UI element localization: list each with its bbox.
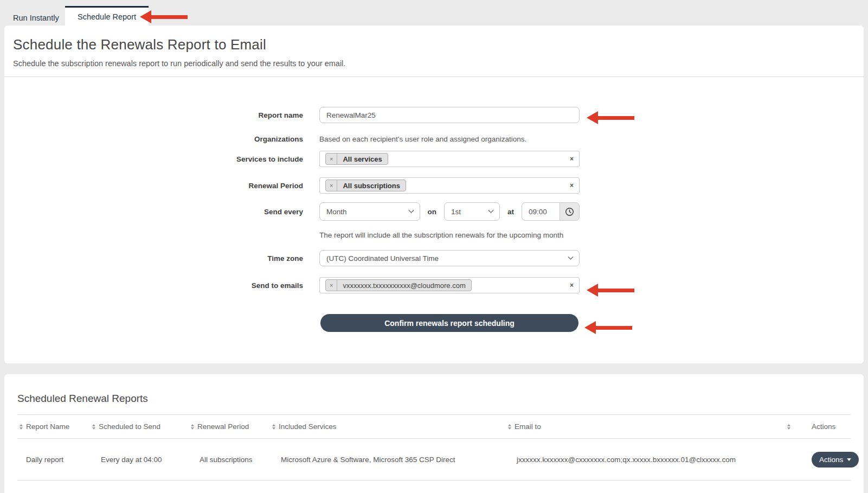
remove-tag-icon[interactable]: × (326, 153, 337, 164)
time-zone-value: (UTC) Coordinated Universal Time (326, 254, 439, 262)
cell-renewal-period: All subscriptions (191, 456, 272, 464)
cell-included-services: Microsoft Azure & Software, Microsoft 36… (272, 456, 508, 464)
panel-header: Schedule the Renewals Report to Email Sc… (4, 25, 864, 77)
row-actions-button[interactable]: Actions (812, 452, 859, 468)
sort-icon (787, 424, 790, 430)
sort-header-blank[interactable] (787, 424, 812, 430)
cell-report-name: Daily report (17, 456, 92, 464)
at-word: at (507, 208, 514, 216)
time-zone-select[interactable]: (UTC) Coordinated Universal Time (319, 250, 580, 266)
cell-scheduled-to-send: Every day at 04:00 (92, 456, 191, 464)
send-to-emails-label: Send to emails (4, 281, 303, 290)
sort-icon (272, 424, 275, 430)
sort-header-email-to[interactable]: Email to (508, 422, 787, 431)
helper-row: The report will include all the subscrip… (4, 231, 864, 239)
clear-all-icon[interactable]: × (570, 281, 574, 289)
services-label: Services to include (4, 155, 303, 163)
sort-icon (508, 424, 511, 430)
tab-run-instantly[interactable]: Run Instantly (13, 14, 59, 22)
day-select[interactable]: 1st (444, 202, 500, 221)
renewal-period-tag-label: All subscriptions (337, 182, 405, 190)
services-multiselect[interactable]: × All services × (319, 151, 580, 167)
scheduled-reports-heading: Scheduled Renewal Reports (17, 393, 851, 405)
send-every-row: Send every Month on 1st at (4, 202, 864, 221)
services-row: Services to include × All services × (4, 151, 864, 167)
sort-header-report-name[interactable]: Report Name (20, 422, 92, 431)
chevron-down-icon (568, 254, 574, 259)
sort-header-scheduled-to-send[interactable]: Scheduled to Send (92, 422, 191, 431)
renewal-period-multiselect[interactable]: × All subscriptions × (319, 177, 580, 194)
organizations-label: Organizations (4, 135, 303, 143)
report-name-label: Report name (4, 111, 303, 119)
scheduled-reports-panel: Scheduled Renewal Reports Report Name Sc… (4, 374, 864, 493)
renewal-period-row: Renewal Period × All subscriptions × (4, 177, 864, 194)
time-zone-label: Time zone (4, 254, 303, 262)
send-every-label: Send every (4, 208, 303, 216)
remove-tag-icon[interactable]: × (326, 280, 337, 291)
confirm-scheduling-button[interactable]: Confirm renewals report scheduling (320, 314, 578, 332)
frequency-select[interactable]: Month (319, 202, 420, 221)
day-value: 1st (451, 208, 461, 216)
send-to-emails-row: Send to emails × vxxxxxxx.txxxxxxxxxx@cl… (4, 277, 864, 293)
sort-header-renewal-period[interactable]: Renewal Period (191, 422, 272, 431)
frequency-value: Month (326, 208, 347, 216)
time-zone-row: Time zone (UTC) Coordinated Universal Ti… (4, 250, 864, 266)
table-header-row: Report Name Scheduled to Send Renewal Pe… (17, 414, 851, 439)
organizations-note: Based on each recipient's user role and … (319, 135, 526, 143)
time-input[interactable] (522, 202, 560, 221)
report-name-row: Report name (4, 107, 864, 123)
services-tag-label: All services (337, 155, 387, 163)
chevron-down-icon (408, 207, 414, 213)
chevron-down-icon (488, 207, 494, 213)
email-tag: × vxxxxxxx.txxxxxxxxxx@cloudmore.com (325, 279, 472, 291)
email-tag-label: vxxxxxxx.txxxxxxxxxx@cloudmore.com (337, 281, 471, 290)
tab-bar: Run Instantly Schedule Report (0, 0, 868, 25)
tab-schedule-report[interactable]: Schedule Report (65, 6, 149, 25)
page-title: Schedule the Renewals Report to Email (13, 36, 855, 53)
on-word: on (428, 208, 437, 216)
time-picker-button[interactable] (560, 202, 580, 221)
services-tag: × All services (325, 153, 388, 165)
page-subtitle: Schedule the subscription renewals repor… (13, 59, 855, 68)
clock-icon (565, 207, 574, 216)
caret-down-icon (847, 458, 851, 461)
sort-icon (20, 424, 23, 430)
schedule-form: Report name Organizations Based on each … (4, 77, 864, 332)
schedule-report-panel: Schedule the Renewals Report to Email Sc… (4, 25, 864, 363)
renewal-period-label: Renewal Period (4, 182, 303, 190)
time-picker (522, 202, 580, 221)
cell-email-to: jxxxxxx.kxxxxxx@cxxxxxxx.com;qx.xxxxx.bx… (508, 456, 787, 464)
organizations-row: Organizations Based on each recipient's … (4, 135, 864, 143)
sort-icon (92, 424, 95, 430)
emails-multiselect[interactable]: × vxxxxxxx.txxxxxxxxxx@cloudmore.com × (319, 277, 580, 293)
sort-icon (191, 424, 194, 430)
sort-header-included-services[interactable]: Included Services (272, 422, 508, 431)
actions-column-header: Actions (812, 422, 856, 431)
clear-all-icon[interactable]: × (570, 182, 574, 189)
frequency-helper-text: The report will include all the subscrip… (319, 231, 563, 239)
remove-tag-icon[interactable]: × (326, 180, 337, 191)
table-row: Daily report Every day at 04:00 All subs… (17, 439, 851, 481)
clear-all-icon[interactable]: × (570, 155, 574, 163)
report-name-input[interactable] (319, 107, 580, 123)
renewal-period-tag: × All subscriptions (325, 180, 406, 191)
